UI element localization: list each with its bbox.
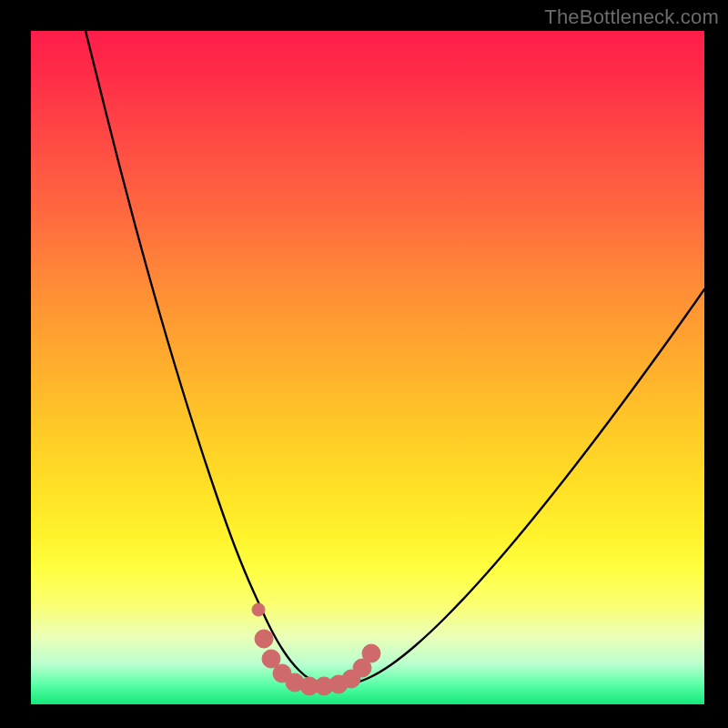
chart-stage: TheBottleneck.com <box>0 0 728 728</box>
watermark-text: TheBottleneck.com <box>544 5 719 29</box>
marker-dot <box>252 603 265 616</box>
bottleneck-curve-svg <box>31 31 704 704</box>
marker-dot <box>255 630 273 648</box>
plot-area <box>31 31 704 704</box>
bottleneck-curve-path <box>86 31 704 686</box>
marker-dot <box>362 644 380 662</box>
